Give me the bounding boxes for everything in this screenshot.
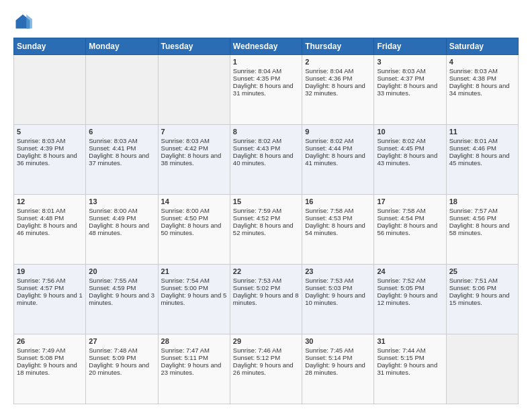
day-number: 25	[449, 267, 515, 275]
day-info: Daylight: 8 hours and 41 minutes.	[305, 152, 371, 167]
day-info: Sunset: 5:00 PM	[161, 284, 227, 291]
day-info: Daylight: 8 hours and 45 minutes.	[449, 152, 515, 167]
calendar-cell: 12Sunrise: 8:01 AMSunset: 4:48 PMDayligh…	[14, 195, 86, 265]
day-info: Sunset: 4:49 PM	[89, 214, 154, 222]
day-info: Daylight: 9 hours and 1 minute.	[17, 291, 83, 306]
day-info: Daylight: 9 hours and 18 minutes.	[17, 361, 83, 376]
calendar-cell: 16Sunrise: 7:58 AMSunset: 4:53 PMDayligh…	[302, 195, 374, 265]
day-info: Daylight: 9 hours and 3 minutes.	[89, 291, 154, 306]
calendar-cell: 10Sunrise: 8:02 AMSunset: 4:45 PMDayligh…	[374, 125, 446, 195]
day-info: Sunset: 5:15 PM	[377, 354, 443, 361]
header	[13, 12, 519, 31]
day-number: 18	[449, 197, 515, 205]
calendar-cell: 17Sunrise: 7:58 AMSunset: 4:54 PMDayligh…	[374, 195, 446, 265]
day-info: Sunrise: 7:46 AM	[233, 347, 299, 354]
day-number: 23	[305, 267, 371, 275]
day-number: 28	[161, 337, 227, 345]
day-info: Sunset: 4:45 PM	[377, 144, 443, 152]
calendar-cell: 31Sunrise: 7:44 AMSunset: 5:15 PMDayligh…	[374, 334, 446, 404]
day-number: 12	[17, 197, 83, 205]
day-info: Daylight: 9 hours and 26 minutes.	[233, 361, 299, 376]
day-info: Daylight: 8 hours and 37 minutes.	[89, 152, 154, 167]
day-info: Sunset: 5:08 PM	[17, 354, 83, 361]
day-of-week-header: Thursday	[302, 38, 374, 55]
calendar-cell: 3Sunrise: 8:03 AMSunset: 4:37 PMDaylight…	[374, 55, 446, 125]
day-info: Sunset: 4:52 PM	[233, 214, 299, 222]
day-number: 2	[305, 58, 371, 66]
day-info: Daylight: 9 hours and 12 minutes.	[377, 291, 443, 306]
calendar-cell: 18Sunrise: 7:57 AMSunset: 4:56 PMDayligh…	[446, 195, 518, 265]
day-info: Sunrise: 7:49 AM	[17, 347, 83, 354]
day-info: Sunrise: 8:03 AM	[89, 137, 154, 144]
day-info: Sunset: 5:12 PM	[233, 354, 299, 361]
day-info: Sunrise: 8:02 AM	[377, 137, 443, 144]
calendar-cell: 14Sunrise: 8:00 AMSunset: 4:50 PMDayligh…	[158, 195, 230, 265]
day-info: Sunset: 5:11 PM	[161, 354, 227, 361]
day-number: 31	[377, 337, 443, 345]
day-info: Daylight: 8 hours and 46 minutes.	[17, 222, 83, 236]
day-info: Sunrise: 8:03 AM	[377, 67, 443, 75]
calendar-cell	[14, 55, 86, 125]
day-info: Sunrise: 7:44 AM	[377, 347, 443, 354]
calendar-cell: 21Sunrise: 7:54 AMSunset: 5:00 PMDayligh…	[158, 265, 230, 334]
svg-marker-1	[26, 15, 32, 29]
day-info: Daylight: 8 hours and 36 minutes.	[17, 152, 83, 167]
calendar-cell	[446, 334, 518, 404]
day-info: Daylight: 8 hours and 38 minutes.	[161, 152, 227, 167]
day-info: Sunset: 4:39 PM	[17, 144, 83, 152]
day-info: Sunrise: 8:01 AM	[17, 207, 83, 214]
day-of-week-header: Monday	[86, 38, 158, 55]
calendar-cell: 29Sunrise: 7:46 AMSunset: 5:12 PMDayligh…	[230, 334, 302, 404]
calendar-cell	[86, 55, 158, 125]
day-info: Daylight: 8 hours and 48 minutes.	[89, 222, 154, 236]
day-info: Sunrise: 8:04 AM	[305, 67, 371, 75]
day-info: Daylight: 9 hours and 28 minutes.	[305, 361, 371, 376]
day-info: Sunrise: 8:03 AM	[17, 137, 83, 144]
day-info: Sunrise: 7:48 AM	[89, 347, 154, 354]
day-info: Daylight: 8 hours and 56 minutes.	[377, 222, 443, 236]
calendar-cell	[158, 55, 230, 125]
logo-icon	[13, 12, 32, 31]
calendar-cell: 4Sunrise: 8:03 AMSunset: 4:38 PMDaylight…	[446, 55, 518, 125]
day-info: Daylight: 8 hours and 54 minutes.	[305, 222, 371, 236]
day-info: Sunset: 4:43 PM	[233, 144, 299, 152]
calendar-week-row: 12Sunrise: 8:01 AMSunset: 4:48 PMDayligh…	[14, 195, 519, 265]
day-info: Daylight: 9 hours and 8 minutes.	[233, 291, 299, 306]
day-info: Daylight: 8 hours and 31 minutes.	[233, 82, 299, 97]
day-info: Daylight: 8 hours and 34 minutes.	[449, 82, 515, 97]
calendar-header-row: SundayMondayTuesdayWednesdayThursdayFrid…	[14, 38, 519, 55]
day-info: Sunrise: 8:01 AM	[449, 137, 515, 144]
day-info: Sunrise: 7:56 AM	[17, 277, 83, 284]
day-info: Sunrise: 7:58 AM	[305, 207, 371, 214]
day-info: Sunrise: 7:47 AM	[161, 347, 227, 354]
page: SundayMondayTuesdayWednesdayThursdayFrid…	[0, 0, 532, 411]
day-info: Sunrise: 7:55 AM	[89, 277, 154, 284]
day-info: Daylight: 8 hours and 40 minutes.	[233, 152, 299, 167]
day-number: 7	[161, 128, 227, 136]
calendar-cell: 28Sunrise: 7:47 AMSunset: 5:11 PMDayligh…	[158, 334, 230, 404]
day-info: Daylight: 8 hours and 50 minutes.	[161, 222, 227, 236]
day-info: Sunset: 4:53 PM	[305, 214, 371, 222]
calendar-cell: 30Sunrise: 7:45 AMSunset: 5:14 PMDayligh…	[302, 334, 374, 404]
day-info: Daylight: 9 hours and 15 minutes.	[449, 291, 515, 306]
calendar-cell: 11Sunrise: 8:01 AMSunset: 4:46 PMDayligh…	[446, 125, 518, 195]
calendar-cell: 1Sunrise: 8:04 AMSunset: 4:35 PMDaylight…	[230, 55, 302, 125]
day-info: Daylight: 9 hours and 23 minutes.	[161, 361, 227, 376]
day-number: 10	[377, 128, 443, 136]
day-info: Sunset: 4:48 PM	[17, 214, 83, 222]
day-info: Daylight: 9 hours and 5 minutes.	[161, 291, 227, 306]
day-info: Sunset: 4:41 PM	[89, 144, 154, 152]
day-info: Sunset: 4:54 PM	[377, 214, 443, 222]
day-number: 9	[305, 128, 371, 136]
day-info: Daylight: 8 hours and 43 minutes.	[377, 152, 443, 167]
calendar-cell: 7Sunrise: 8:03 AMSunset: 4:42 PMDaylight…	[158, 125, 230, 195]
day-info: Sunset: 4:44 PM	[305, 144, 371, 152]
calendar-cell: 27Sunrise: 7:48 AMSunset: 5:09 PMDayligh…	[86, 334, 158, 404]
day-info: Sunset: 4:46 PM	[449, 144, 515, 152]
day-of-week-header: Wednesday	[230, 38, 302, 55]
calendar-cell: 26Sunrise: 7:49 AMSunset: 5:08 PMDayligh…	[14, 334, 86, 404]
calendar-table: SundayMondayTuesdayWednesdayThursdayFrid…	[13, 38, 519, 404]
day-info: Sunset: 4:57 PM	[17, 284, 83, 291]
calendar-cell: 9Sunrise: 8:02 AMSunset: 4:44 PMDaylight…	[302, 125, 374, 195]
day-info: Daylight: 9 hours and 31 minutes.	[377, 361, 443, 376]
